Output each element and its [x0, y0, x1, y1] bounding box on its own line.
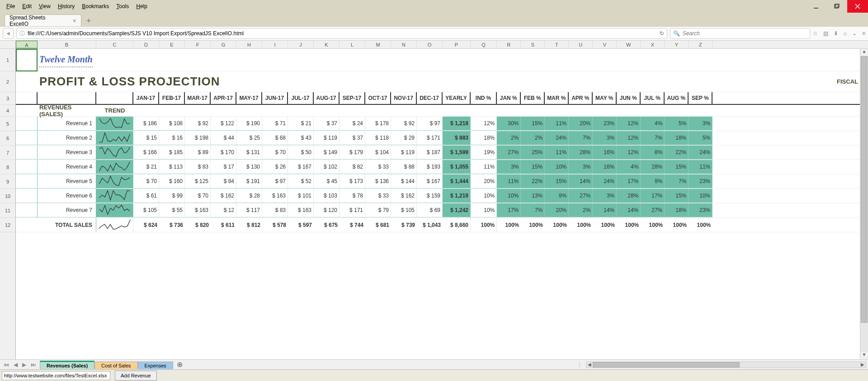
url-field[interactable]: ⓘ ↻ [16, 28, 667, 39]
select-all-corner[interactable] [0, 41, 16, 48]
col-header-F[interactable]: F [185, 41, 211, 48]
vscroll-thumb[interactable] [861, 56, 868, 323]
close-tab-icon[interactable]: × [73, 17, 76, 24]
month-header[interactable]: APR % [569, 92, 593, 104]
month-header[interactable]: NOV-17 [391, 92, 417, 104]
month-header[interactable]: DEC-17 [417, 92, 443, 104]
section-label[interactable]: REVENUES (SALES) [38, 105, 96, 116]
month-header[interactable]: AUG % [665, 92, 689, 104]
pocket-icon[interactable]: ⌄ [852, 30, 857, 37]
scroll-right-icon[interactable]: ▶ [859, 362, 866, 367]
menu-view[interactable]: View [35, 1, 54, 11]
row-header-1[interactable]: 1 [0, 49, 15, 71]
col-header-S[interactable]: S [521, 41, 545, 48]
month-header[interactable]: JUN-17 [262, 92, 288, 104]
add-revenue-button[interactable]: Add Revenue [115, 371, 157, 381]
close-button[interactable] [847, 0, 868, 13]
col-header-T[interactable]: T [545, 41, 569, 48]
col-header-B[interactable]: B [38, 41, 96, 48]
next-sheet-icon[interactable]: ▶ [21, 362, 27, 368]
col-header-X[interactable]: X [641, 41, 665, 48]
month-header[interactable]: YEARLY [443, 92, 471, 104]
menu-help[interactable]: Help [132, 1, 151, 11]
month-header[interactable]: JAN-17 [133, 92, 159, 104]
search-field[interactable]: 🔍 [670, 28, 810, 39]
browser-tab[interactable]: Spread.Sheets ExcelIO × [5, 14, 81, 26]
month-header[interactable]: JAN % [497, 92, 521, 104]
last-sheet-icon[interactable]: ⏭ [30, 362, 37, 368]
downloads-icon[interactable]: ⬇ [834, 30, 838, 37]
url-input[interactable] [28, 30, 657, 37]
revenue-row-label[interactable]: Revenue 3 [38, 146, 96, 160]
reader-icon[interactable]: ▤ [823, 30, 828, 37]
col-header-L[interactable]: L [340, 41, 365, 48]
back-button[interactable]: ◄ [3, 28, 14, 39]
scroll-down-icon[interactable]: ▼ [860, 352, 868, 359]
col-header-E[interactable]: E [159, 41, 185, 48]
col-header-U[interactable]: U [569, 41, 593, 48]
col-header-H[interactable]: H [236, 41, 262, 48]
col-header-O[interactable]: O [417, 41, 443, 48]
scroll-up-icon[interactable]: ▲ [860, 49, 868, 56]
row-header-4[interactable]: 4 [0, 105, 15, 117]
col-header-M[interactable]: M [365, 41, 391, 48]
col-header-R[interactable]: R [497, 41, 521, 48]
menu-tools[interactable]: Tools [113, 1, 132, 11]
col-header-G[interactable]: G [211, 41, 236, 48]
col-header-P[interactable]: P [443, 41, 471, 48]
month-header[interactable]: MAR % [545, 92, 569, 104]
new-tab-button[interactable]: + [83, 15, 94, 26]
revenue-row-label[interactable]: Revenue 6 [38, 189, 96, 203]
month-header[interactable]: FEB-17 [159, 92, 185, 104]
col-header-D[interactable]: D [133, 41, 159, 48]
month-header[interactable]: FEB % [521, 92, 545, 104]
month-header[interactable]: MAR-17 [185, 92, 211, 104]
hscroll-thumb[interactable] [593, 362, 740, 367]
search-input[interactable] [683, 30, 807, 37]
status-url-input[interactable] [2, 371, 110, 380]
row-header-10[interactable]: 10 [0, 189, 15, 203]
reload-icon[interactable]: ↻ [660, 30, 664, 37]
row-header-2[interactable]: 2 [0, 71, 15, 92]
month-header[interactable]: SEP-17 [340, 92, 365, 104]
row-header-12[interactable]: 12 [0, 218, 15, 232]
col-header-I[interactable]: I [262, 41, 288, 48]
total-label[interactable]: TOTAL SALES [38, 218, 96, 232]
month-header[interactable]: JUL % [641, 92, 665, 104]
revenue-row-label[interactable]: Revenue 2 [38, 131, 96, 145]
maximize-button[interactable] [826, 0, 847, 13]
month-header[interactable]: JUN % [617, 92, 641, 104]
month-header[interactable]: JUL-17 [288, 92, 314, 104]
row-header-7[interactable]: 7 [0, 146, 15, 160]
col-header-Z[interactable]: Z [689, 41, 712, 48]
minimize-button[interactable] [806, 0, 826, 13]
hamburger-icon[interactable]: ≡ [862, 30, 865, 37]
add-sheet-button[interactable]: ⊕ [173, 360, 187, 369]
menu-history[interactable]: History [54, 1, 78, 11]
month-header[interactable]: MAY % [593, 92, 617, 104]
home-icon[interactable]: ⌂ [844, 30, 847, 37]
month-header[interactable]: APR-17 [211, 92, 236, 104]
revenue-row-label[interactable]: Revenue 4 [38, 160, 96, 174]
info-icon[interactable]: ⓘ [19, 30, 25, 38]
row-header-11[interactable]: 11 [0, 203, 15, 218]
bookmark-star-icon[interactable]: ☆ [813, 30, 818, 37]
revenue-row-label[interactable]: Revenue 5 [38, 174, 96, 188]
col-header-Y[interactable]: Y [665, 41, 689, 48]
col-header-W[interactable]: W [617, 41, 641, 48]
row-header-5[interactable]: 5 [0, 117, 15, 131]
col-header-N[interactable]: N [391, 41, 417, 48]
month-header[interactable]: OCT-17 [365, 92, 391, 104]
month-header[interactable]: IND % [471, 92, 497, 104]
menu-bookmarks[interactable]: Bookmarks [78, 1, 113, 11]
row-header-3[interactable]: 3 [0, 92, 15, 105]
col-header-J[interactable]: J [288, 41, 314, 48]
row-header-9[interactable]: 9 [0, 174, 15, 189]
revenue-row-label[interactable]: Revenue 1 [38, 117, 96, 131]
prev-sheet-icon[interactable]: ◀ [13, 362, 19, 368]
col-header-V[interactable]: V [593, 41, 617, 48]
col-header-Q[interactable]: Q [471, 41, 497, 48]
sheet-tab-revenues[interactable]: Revenues (Sales) [40, 361, 94, 369]
col-header-A[interactable]: A [16, 41, 38, 48]
row-header-8[interactable]: 8 [0, 160, 15, 174]
